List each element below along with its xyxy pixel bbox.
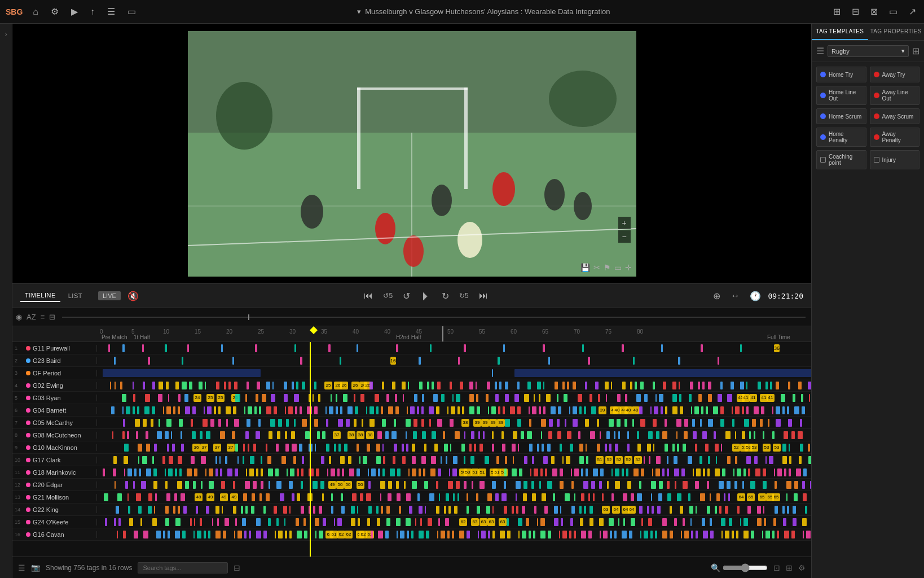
row-label[interactable]: 7 G05 McCarthy	[12, 419, 97, 426]
clip-icon[interactable]: ✂	[593, 263, 600, 272]
rows-container[interactable]: 1 G11 Purewall	[12, 342, 811, 557]
ruler[interactable]: 0 5 10 15 20 25 30 35 40 40 45 50 55 60	[12, 326, 811, 342]
row-label[interactable]: 1 G11 Purewall	[12, 345, 97, 352]
sort-icon[interactable]: ≡	[41, 313, 45, 321]
row-track[interactable]: 242525254041414141	[97, 392, 811, 404]
layout-icon[interactable]: ⊞	[786, 563, 793, 572]
tag-away-line-out[interactable]: Away Line Out	[870, 86, 920, 105]
row-track[interactable]: 63646464	[97, 503, 811, 515]
circle-icon[interactable]: ◉	[16, 313, 22, 321]
monitor-icon[interactable]: ▭	[125, 4, 138, 19]
tab-tag-properties[interactable]: TAG PROPERTIES	[868, 24, 925, 40]
row-label[interactable]: 15 G24 O'Keefe	[12, 519, 97, 526]
sort-alpha-icon[interactable]: AZ	[27, 313, 36, 321]
title-dropdown-icon[interactable]: ▾	[357, 7, 361, 16]
row-track[interactable]: 37383838535454	[97, 429, 811, 441]
row-label[interactable]: 16 G16 Cavan	[12, 531, 97, 538]
skip-end-icon[interactable]: ⏭	[476, 290, 491, 302]
row-label[interactable]: 8 G08 McCutcheon	[12, 432, 97, 439]
row-track[interactable]: 484949496465656565	[97, 491, 811, 503]
row-label[interactable]: 6 G04 Barnett	[12, 407, 97, 414]
row-label[interactable]: 4 G02 Ewing	[12, 382, 97, 389]
rp-grid-icon[interactable]: ⊞	[912, 46, 919, 56]
row-track[interactable]: 5152525252	[97, 454, 811, 466]
tag-away-scrum[interactable]: Away Scrum	[870, 108, 920, 124]
tab-timeline[interactable]: TIMELINE	[20, 290, 60, 302]
row-label[interactable]: 12 G20 Edgar	[12, 481, 97, 488]
left-sidebar-toggle[interactable]: ›	[0, 24, 12, 578]
skip-back-5-icon[interactable]: ↺5	[380, 291, 396, 301]
timeline-area: ◉ AZ ≡ ⊟ 0 5 10 15 20	[12, 308, 811, 557]
row-label[interactable]: 9 G10 MacKinnon	[12, 444, 97, 451]
save-clip-icon[interactable]: 💾	[580, 263, 590, 272]
row-color	[26, 507, 30, 512]
add-tag-icon[interactable]: ⊕	[710, 290, 724, 303]
row-track[interactable]: 50505151515151	[97, 466, 811, 478]
row-label[interactable]: 14 G22 King	[12, 506, 97, 513]
flag-icon[interactable]: ⚑	[604, 263, 611, 272]
row-track[interactable]: 3839393939	[97, 417, 811, 428]
share-icon[interactable]: ↑	[88, 5, 97, 19]
row-track[interactable]	[97, 367, 811, 379]
settings-icon[interactable]: ⚙	[49, 4, 61, 19]
row-track[interactable]: 394040404040	[97, 404, 811, 416]
zoom-slider[interactable]	[723, 563, 768, 572]
mute-icon[interactable]: 🔇	[124, 290, 142, 303]
row-label[interactable]: 10 G17 Clark	[12, 457, 97, 463]
row-label[interactable]: 5 G03 Ryan	[12, 395, 97, 401]
tag-coaching-point[interactable]: Coaching point	[816, 150, 866, 169]
tag-home-line-out[interactable]: Home Line Out	[816, 86, 866, 105]
play-icon[interactable]: ⏵	[417, 288, 435, 304]
settings-icon[interactable]: ⚙	[798, 563, 806, 572]
more-icon[interactable]: ✛	[625, 263, 632, 272]
tag-home-penalty[interactable]: Home Penalty	[816, 128, 866, 147]
row-track[interactable]: 252626262626414242	[97, 379, 811, 391]
frame-back-icon[interactable]: ↺	[399, 290, 413, 303]
zoom-out-button[interactable]: −	[618, 230, 631, 243]
tag-home-scrum[interactable]: Home Scrum	[816, 108, 866, 124]
camera-icon[interactable]: 📷	[31, 563, 40, 572]
zoom-in-button[interactable]: +	[618, 217, 631, 229]
row-label[interactable]: 13 G21 Mollison	[12, 494, 97, 501]
frame-fwd-icon[interactable]: ↻	[438, 290, 452, 303]
table-icon[interactable]: ⊠	[868, 4, 880, 19]
bookmark-icon[interactable]: ☰	[105, 4, 117, 19]
hamburger-icon[interactable]: ☰	[18, 563, 25, 572]
tag-home-try[interactable]: Home Try	[816, 67, 866, 82]
loop-icon[interactable]: ↔	[727, 290, 743, 302]
live-button[interactable]: LIVE	[98, 291, 121, 300]
tag-away-try[interactable]: Away Try	[870, 67, 920, 82]
skip-fwd-5-icon[interactable]: ↻5	[456, 291, 472, 301]
grid-icon[interactable]: ⊞	[831, 4, 843, 19]
row-label[interactable]: 3 OF Period	[12, 370, 97, 376]
rp-menu-icon[interactable]: ☰	[816, 46, 824, 56]
sport-dropdown-label: Rugby	[831, 48, 850, 55]
row-track[interactable]: 16	[97, 354, 811, 366]
external-icon[interactable]: ↗	[907, 4, 918, 19]
tag-icon[interactable]: ⊟	[49, 313, 55, 321]
zoom-fit-icon[interactable]: ⊡	[773, 563, 780, 572]
tag-injury[interactable]: Injury	[870, 150, 920, 169]
home-icon[interactable]: ⌂	[30, 5, 41, 19]
filter-icon[interactable]: ⊟	[234, 563, 240, 572]
tablet-icon[interactable]: ▭	[887, 4, 900, 19]
row-label[interactable]: 11 G18 Marinkovic	[12, 469, 97, 476]
row-track[interactable]: 6263636363	[97, 516, 811, 528]
video-player[interactable]: + − 💾 ✂ ⚑ ▭ ✛	[12, 24, 811, 283]
video-icon[interactable]: ▶	[69, 4, 80, 19]
clock-icon[interactable]: 🕐	[746, 290, 764, 303]
zoom-out-icon[interactable]: 🔍	[711, 563, 720, 572]
panel-icon[interactable]: ▭	[614, 263, 622, 272]
tag-away-penalty[interactable]: Away Penalty	[870, 128, 920, 147]
row-track[interactable]: 61616262626262777778	[97, 528, 811, 540]
sport-dropdown[interactable]: Rugby ▾	[828, 45, 909, 57]
columns-icon[interactable]: ⊟	[850, 4, 861, 19]
search-tags-input[interactable]	[138, 562, 228, 573]
skip-start-icon[interactable]: ⏮	[360, 290, 376, 302]
row-track[interactable]: 36	[97, 342, 811, 354]
row-track[interactable]: 49505050656666	[97, 479, 811, 491]
row-track[interactable]: 36373737525353535353	[97, 441, 811, 453]
row-label[interactable]: 2 G23 Baird	[12, 357, 97, 364]
tab-list[interactable]: LIST	[64, 290, 87, 301]
tab-tag-templates[interactable]: TAG TEMPLATES	[812, 24, 868, 40]
